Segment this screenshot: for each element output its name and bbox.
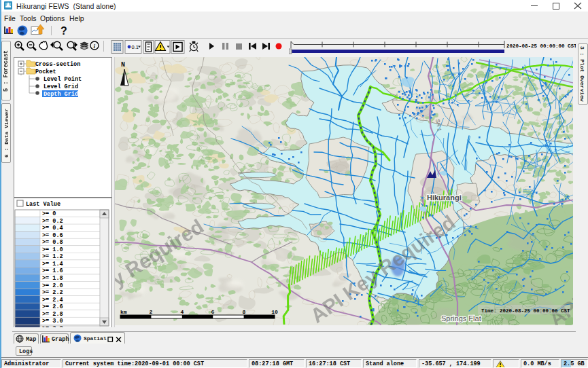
svg-text:N: N: [121, 61, 125, 69]
svg-text:8: 8: [243, 309, 246, 315]
svg-text:>= 1.6: >= 1.6: [42, 268, 63, 274]
svg-text:>= 1.0: >= 1.0: [42, 246, 63, 253]
svg-text:Depth Grid: Depth Grid: [44, 91, 78, 98]
svg-text:2020-08-25 00:00:00 CST: 2020-08-25 00:00:00 CST: [506, 43, 577, 49]
svg-text:0.1: 0.1: [132, 44, 139, 50]
svg-text:4: 4: [181, 309, 184, 315]
svg-text:>= 0.8: >= 0.8: [42, 239, 63, 246]
svg-text:>= 2.2: >= 2.2: [42, 289, 63, 296]
svg-text:Springs Flat: Springs Flat: [441, 314, 481, 323]
svg-text:>= 0: >= 0: [42, 210, 56, 217]
svg-text:Hikurangi: Hikurangi: [427, 194, 462, 202]
svg-text:?: ?: [60, 25, 67, 37]
svg-text:>= 0.6: >= 0.6: [42, 232, 63, 239]
svg-text:>= 2.6: >= 2.6: [42, 303, 63, 310]
svg-text:2: 2: [150, 309, 153, 315]
svg-text:6: 6: [211, 309, 215, 315]
svg-text:Last Value: Last Value: [26, 201, 60, 208]
svg-text:>= 0.2: >= 0.2: [42, 218, 63, 225]
svg-text:Pocket: Pocket: [35, 69, 56, 75]
svg-text:>= 1.4: >= 1.4: [42, 261, 63, 268]
svg-text:>= 3.0: >= 3.0: [42, 318, 63, 325]
svg-text:Level Point: Level Point: [44, 76, 82, 83]
svg-text:>= 1.8: >= 1.8: [42, 275, 63, 282]
svg-text:i: i: [94, 43, 96, 50]
svg-text:>= 2.8: >= 2.8: [42, 311, 63, 318]
svg-text:10: 10: [271, 309, 278, 315]
svg-text:km: km: [120, 309, 127, 315]
svg-text:Cross-section: Cross-section: [35, 61, 80, 68]
svg-text:>= 1.2: >= 1.2: [42, 253, 63, 260]
svg-text:>= 2.4: >= 2.4: [42, 297, 63, 303]
svg-text:>= 2.0: >= 2.0: [42, 282, 63, 289]
svg-text:Time: 2020-08-25 00:00:00 CST: Time: 2020-08-25 00:00:00 CST: [481, 308, 570, 314]
svg-text:>= 0.4: >= 0.4: [42, 225, 63, 232]
svg-text:Level Grid: Level Grid: [44, 84, 78, 90]
